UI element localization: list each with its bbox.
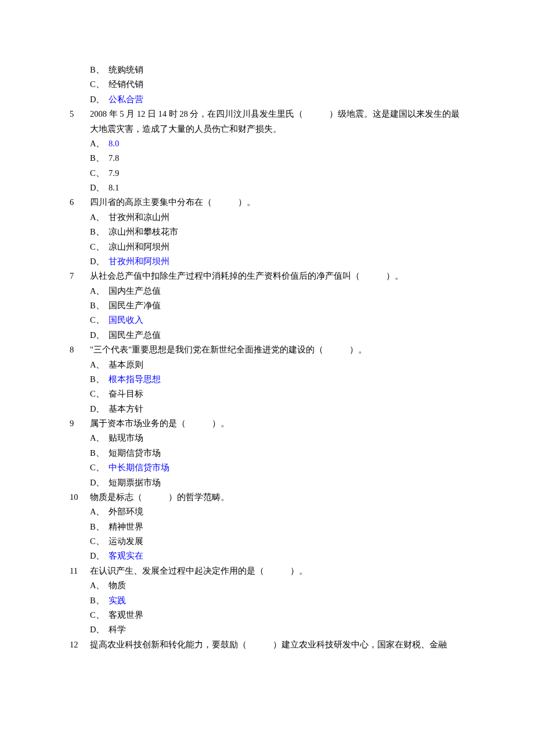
orphan-options-container: B、 统购统销 C、 经销代销 D、 公私合营 xyxy=(90,63,467,107)
option-text: 凉山州和阿坝州 xyxy=(109,240,169,254)
option-label: D、 xyxy=(90,92,109,107)
option-text: 基本原则 xyxy=(109,358,143,372)
question-9: 9 属于资本市场业务的是（ ）。 xyxy=(70,416,467,431)
question-number: 10 xyxy=(70,490,90,505)
option-label: B、 xyxy=(90,298,109,313)
option-row: D、 客观实在 xyxy=(90,549,467,563)
option-text: 8.0 xyxy=(109,136,119,151)
option-label: C、 xyxy=(90,387,109,401)
option-label: A、 xyxy=(90,358,109,372)
question-text: 提高农业科技创新和转化能力，要鼓励（ ）建立农业科技研发中心，国家在财税、金融 xyxy=(90,638,467,652)
option-row: A、 国内生产总值 xyxy=(90,284,467,298)
option-label: C、 xyxy=(90,240,109,254)
option-row: D、 科学 xyxy=(90,622,467,637)
option-text: 7.8 xyxy=(109,151,119,165)
option-text: 国内生产总值 xyxy=(109,284,161,298)
question-text: 四川省的高原主要集中分布在（ ）。 xyxy=(90,195,467,210)
question-number: 9 xyxy=(70,416,90,431)
option-row: A、 物质 xyxy=(90,578,467,593)
option-label: C、 xyxy=(90,77,109,92)
option-text: 8.1 xyxy=(109,181,119,195)
option-label: A、 xyxy=(90,431,109,445)
question-number: 6 xyxy=(70,195,90,210)
option-row: A、 贴现市场 xyxy=(90,431,467,445)
option-row: C、 经销代销 xyxy=(90,77,467,92)
option-text: 实践 xyxy=(109,593,126,608)
question-12: 12 提高农业科技创新和转化能力，要鼓励（ ）建立农业科技研发中心，国家在财税、… xyxy=(70,638,467,652)
question-text: 物质是标志（ ）的哲学范畴。 xyxy=(90,490,467,505)
option-label: C、 xyxy=(90,534,109,549)
option-label: D、 xyxy=(90,549,109,563)
option-text: 根本指导思想 xyxy=(109,372,161,387)
document-page: B、 统购统销 C、 经销代销 D、 公私合营 5 2008 年 5 月 12 … xyxy=(0,0,534,756)
option-text: 短期信贷市场 xyxy=(109,446,161,460)
option-text: 基本方针 xyxy=(109,402,143,416)
option-text: 客观实在 xyxy=(109,549,143,563)
question-11: 11 在认识产生、发展全过程中起决定作用的是（ ）。 xyxy=(70,564,467,578)
option-label: C、 xyxy=(90,460,109,475)
question-text: 属于资本市场业务的是（ ）。 xyxy=(90,416,467,431)
option-text: 科学 xyxy=(109,622,126,637)
option-text: 国民生产总值 xyxy=(109,328,161,343)
option-label: C、 xyxy=(90,166,109,181)
option-row: A、 外部环境 xyxy=(90,505,467,519)
options-container: A、 国内生产总值 B、 国民生产净值 C、 国民收入 D、 国民生产总值 xyxy=(90,284,467,343)
option-row: D、 甘孜州和阿坝州 xyxy=(90,254,467,269)
option-label: A、 xyxy=(90,210,109,225)
option-row: B、 实践 xyxy=(90,593,467,608)
option-text: 客观世界 xyxy=(109,608,143,622)
question-text: 在认识产生、发展全过程中起决定作用的是（ ）。 xyxy=(90,564,467,578)
option-label: B、 xyxy=(90,372,109,387)
option-row: C、 中长期信贷市场 xyxy=(90,460,467,475)
option-label: D、 xyxy=(90,181,109,195)
option-label: C、 xyxy=(90,313,109,327)
option-text: 外部环境 xyxy=(109,505,143,519)
option-text: 短期票据市场 xyxy=(109,476,161,490)
option-row: B、 统购统销 xyxy=(90,63,467,77)
question-number: 11 xyxy=(70,564,90,578)
option-text: 国民收入 xyxy=(109,313,143,327)
question-number: 5 xyxy=(70,107,90,136)
option-label: B、 xyxy=(90,446,109,460)
question-text: 2008 年 5 月 12 日 14 时 28 分，在四川汶川县发生里氏（ ）级… xyxy=(90,107,467,136)
option-label: C、 xyxy=(90,608,109,622)
option-text: 甘孜州和凉山州 xyxy=(109,210,169,225)
question-text: 从社会总产值中扣除生产过程中消耗掉的生产资料价值后的净产值叫（ ）。 xyxy=(90,269,467,283)
option-row: B、 精神世界 xyxy=(90,520,467,534)
option-label: A、 xyxy=(90,136,109,151)
question-7: 7 从社会总产值中扣除生产过程中消耗掉的生产资料价值后的净产值叫（ ）。 xyxy=(70,269,467,283)
option-label: A、 xyxy=(90,578,109,593)
option-row: C、 运动发展 xyxy=(90,534,467,549)
option-row: D、 8.1 xyxy=(90,181,467,195)
option-row: B、 短期信贷市场 xyxy=(90,446,467,460)
question-5: 5 2008 年 5 月 12 日 14 时 28 分，在四川汶川县发生里氏（ … xyxy=(70,107,467,136)
option-label: A、 xyxy=(90,505,109,519)
options-container: A、 贴现市场 B、 短期信贷市场 C、 中长期信贷市场 D、 短期票据市场 xyxy=(90,431,467,490)
option-row: D、 公私合营 xyxy=(90,92,467,107)
option-row: A、 8.0 xyxy=(90,136,467,151)
option-text: 公私合营 xyxy=(109,92,143,107)
option-text: 精神世界 xyxy=(109,520,143,534)
option-row: B、 根本指导思想 xyxy=(90,372,467,387)
option-row: B、 7.8 xyxy=(90,151,467,165)
option-row: C、 奋斗目标 xyxy=(90,387,467,401)
option-label: D、 xyxy=(90,622,109,637)
option-row: C、 凉山州和阿坝州 xyxy=(90,240,467,254)
question-8: 8 "三个代表"重要思想是我们党在新世纪全面推进党的建设的（ ）。 xyxy=(70,343,467,357)
option-text: 物质 xyxy=(109,578,126,593)
option-text: 统购统销 xyxy=(109,63,143,77)
option-label: B、 xyxy=(90,520,109,534)
options-container: A、 物质 B、 实践 C、 客观世界 D、 科学 xyxy=(90,578,467,638)
question-text: "三个代表"重要思想是我们党在新世纪全面推进党的建设的（ ）。 xyxy=(90,343,467,357)
option-text: 中长期信贷市场 xyxy=(109,460,169,475)
option-label: D、 xyxy=(90,402,109,416)
option-label: B、 xyxy=(90,225,109,239)
option-row: B、 国民生产净值 xyxy=(90,298,467,313)
option-text: 凉山州和攀枝花市 xyxy=(109,225,178,239)
option-text: 奋斗目标 xyxy=(109,387,143,401)
options-container: A、 甘孜州和凉山州 B、 凉山州和攀枝花市 C、 凉山州和阿坝州 D、 甘孜州… xyxy=(90,210,467,269)
option-label: B、 xyxy=(90,151,109,165)
options-container: A、 外部环境 B、 精神世界 C、 运动发展 D、 客观实在 xyxy=(90,505,467,564)
option-row: B、 凉山州和攀枝花市 xyxy=(90,225,467,239)
option-row: A、 甘孜州和凉山州 xyxy=(90,210,467,225)
